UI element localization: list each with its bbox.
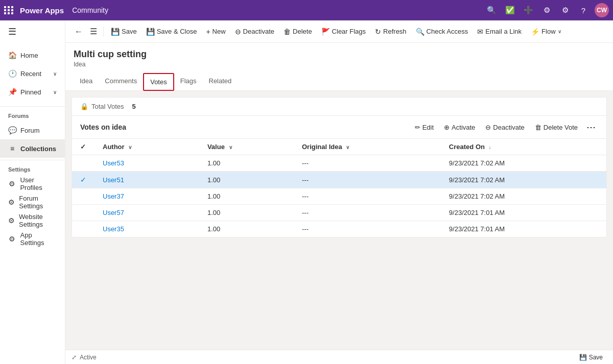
row-created-on: 9/23/2021 7:01 AM	[441, 221, 606, 237]
edit-vote-button[interactable]: ✏ Edit	[411, 122, 438, 133]
sidebar-item-user-profiles[interactable]: ⚙ User Profiles	[0, 175, 65, 193]
author-link[interactable]: User53	[103, 159, 124, 167]
sidebar-item-label-home: Home	[20, 52, 38, 59]
delete-button[interactable]: 🗑 Delete	[279, 23, 316, 40]
flow-chevron-icon: ∨	[558, 29, 561, 34]
avatar[interactable]: CW	[595, 3, 609, 17]
sidebar-item-website-settings[interactable]: ⚙ Website Settings	[0, 211, 65, 230]
new-icon: +	[206, 28, 210, 36]
table-row[interactable]: User351.00---9/23/2021 7:01 AM	[72, 221, 606, 237]
refresh-button[interactable]: ↻ Refresh	[371, 23, 411, 40]
help-icon[interactable]: ?	[576, 3, 591, 17]
app-settings-icon: ⚙	[8, 235, 16, 243]
sidebar-item-label-user-profiles: User Profiles	[20, 176, 57, 191]
delete-vote-button[interactable]: 🗑 Delete Vote	[531, 122, 582, 133]
tab-comments[interactable]: Comments	[99, 73, 143, 90]
activate-button[interactable]: ⊕ Activate	[440, 122, 479, 133]
author-link[interactable]: User35	[103, 225, 124, 233]
grid-icon[interactable]	[4, 6, 14, 14]
flow-button[interactable]: ⚡ Flow ∨	[527, 23, 565, 40]
sidebar-item-label-collections: Collections	[20, 145, 56, 153]
check-access-button[interactable]: 🔍 Check Access	[412, 23, 473, 40]
sidebar-item-collections[interactable]: ≡ Collections	[0, 139, 65, 158]
delete-vote-icon: 🗑	[535, 124, 541, 131]
total-votes-label: 🔒 Total Votes	[80, 103, 124, 110]
save-close-button[interactable]: 💾 Save & Close	[142, 23, 201, 40]
expand-icon[interactable]: ⤢	[72, 354, 77, 361]
row-created-on: 9/23/2021 7:01 AM	[441, 205, 606, 221]
pinned-chevron-icon: ∨	[53, 89, 57, 95]
row-value: 1.00	[199, 155, 294, 172]
col-created-on[interactable]: Created On ↓	[441, 139, 606, 155]
hamburger-button[interactable]: ☰	[0, 20, 65, 43]
top-bar: Power Apps Community 🔍 ✅ ➕ ⚙ ⚙ ? CW	[0, 0, 613, 20]
page-subtitle: Idea	[74, 61, 605, 68]
author-link[interactable]: User57	[103, 209, 124, 216]
lock-icon: 🔒	[80, 103, 88, 110]
more-options-button[interactable]: ⋯	[584, 120, 598, 134]
filter-icon[interactable]: ⚙	[539, 3, 554, 17]
sidebar-item-forum[interactable]: 💬 Forum	[0, 121, 65, 139]
col-original-idea[interactable]: Original Idea ∨	[294, 139, 441, 155]
sidebar: ☰ 🏠 Home 🕐 Recent ∨ 📌 Pinned ∨ Forums 💬 …	[0, 20, 65, 364]
sidebar-item-forum-settings[interactable]: ⚙ Forum Settings	[0, 193, 65, 211]
deactivate-button[interactable]: ⊖ Deactivate	[231, 23, 278, 40]
website-settings-icon: ⚙	[8, 216, 15, 225]
forum-icon: 💬	[8, 126, 16, 134]
app-name: Power Apps	[20, 6, 64, 15]
checkmark-icon[interactable]: ✅	[503, 3, 517, 17]
col-check: ✓	[72, 139, 95, 155]
sidebar-item-home[interactable]: 🏠 Home	[0, 46, 65, 64]
table-row[interactable]: User571.00---9/23/2021 7:01 AM	[72, 205, 606, 221]
settings-icon[interactable]: ⚙	[558, 3, 572, 17]
row-author: User35	[95, 221, 199, 237]
row-value: 1.00	[199, 188, 294, 205]
new-button[interactable]: + New	[202, 23, 229, 40]
table-row[interactable]: ✓User511.00---9/23/2021 7:02 AM	[72, 172, 606, 188]
col-value[interactable]: Value ∨	[199, 139, 294, 155]
row-check-cell[interactable]	[72, 205, 95, 221]
tab-flags[interactable]: Flags	[174, 73, 203, 90]
author-link[interactable]: User51	[103, 176, 124, 184]
table-row[interactable]: User531.00---9/23/2021 7:02 AM	[72, 155, 606, 172]
content-area: ← ☰ 💾 Save 💾 Save & Close + New ⊖ Deacti…	[65, 20, 613, 364]
row-original-idea: ---	[294, 155, 441, 172]
email-link-button[interactable]: ✉ Email a Link	[473, 23, 526, 40]
row-original-idea: ---	[294, 188, 441, 205]
tab-idea[interactable]: Idea	[74, 73, 99, 90]
row-check-cell[interactable]	[72, 155, 95, 172]
author-link[interactable]: User37	[103, 192, 124, 200]
save-close-icon: 💾	[146, 28, 155, 36]
row-check-cell[interactable]: ✓	[72, 172, 95, 188]
row-check-cell[interactable]	[72, 188, 95, 205]
save-button[interactable]: 💾 Save	[107, 23, 141, 40]
clear-flags-button[interactable]: 🚩 Clear Flags	[317, 23, 370, 40]
sidebar-item-recent[interactable]: 🕐 Recent ∨	[0, 64, 65, 83]
sidebar-item-app-settings[interactable]: ⚙ App Settings	[0, 230, 65, 248]
status-save-icon: 💾	[579, 354, 587, 361]
user-profiles-icon: ⚙	[8, 180, 16, 188]
toolbar: ← ☰ 💾 Save 💾 Save & Close + New ⊖ Deacti…	[65, 20, 613, 43]
status-label: Active	[80, 354, 97, 361]
col-author[interactable]: Author ∨	[95, 139, 199, 155]
table-row[interactable]: User371.00---9/23/2021 7:02 AM	[72, 188, 606, 205]
search-icon[interactable]: 🔍	[484, 3, 499, 17]
deactivate-icon: ⊖	[235, 28, 241, 36]
status-save-button[interactable]: 💾 Save	[575, 353, 607, 362]
row-check-cell[interactable]	[72, 221, 95, 237]
deactivate-vote-button[interactable]: ⊖ Deactivate	[481, 122, 528, 133]
view-toggle-button[interactable]: ☰	[87, 25, 100, 38]
row-author: User53	[95, 155, 199, 172]
home-icon: 🏠	[8, 51, 16, 59]
tab-related[interactable]: Related	[203, 73, 238, 90]
sidebar-item-label-forum-settings: Forum Settings	[19, 195, 57, 210]
sidebar-item-pinned[interactable]: 📌 Pinned ∨	[0, 83, 65, 101]
row-author: User51	[95, 172, 199, 188]
back-button[interactable]: ←	[72, 25, 86, 38]
recent-chevron-icon: ∨	[53, 71, 57, 77]
table-header-row: ✓ Author ∨ Value ∨ Origin	[72, 139, 606, 155]
sidebar-item-label-website-settings: Website Settings	[19, 213, 57, 228]
sidebar-item-label-app-settings: App Settings	[20, 231, 57, 247]
add-icon[interactable]: ➕	[521, 3, 535, 17]
tab-votes[interactable]: Votes	[143, 73, 174, 91]
